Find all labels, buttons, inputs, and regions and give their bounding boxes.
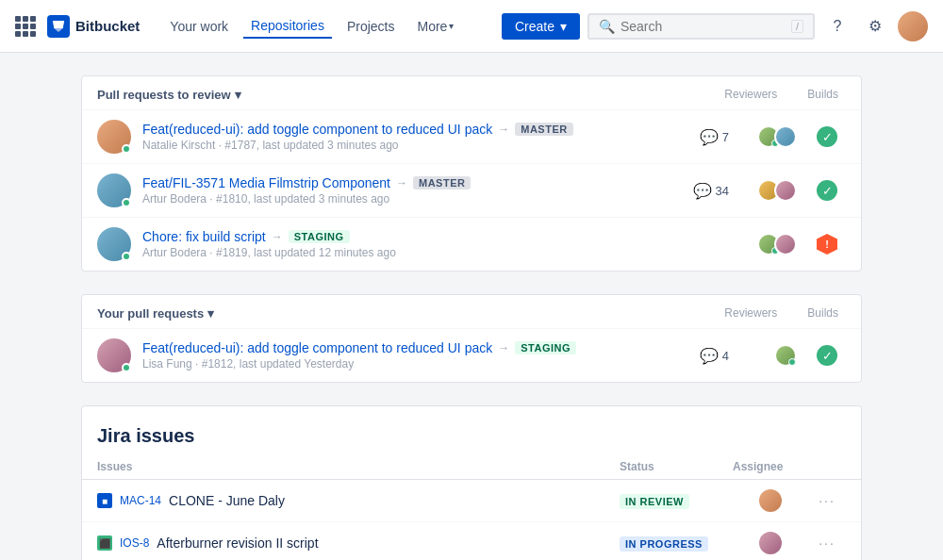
pr-meta: Lisa Fung · #1812, last updated Yesterda… — [142, 357, 661, 371]
pr-meta: Artur Bodera · #1810, last updated 3 min… — [142, 192, 661, 206]
main-content: Pull requests to review ▾ Reviewers Buil… — [66, 53, 877, 560]
more-link[interactable]: More ▾ — [410, 15, 462, 38]
help-button[interactable]: ? — [822, 11, 852, 41]
your-pull-requests-section: Your pull requests ▾ Reviewers Builds Fe… — [81, 294, 862, 383]
search-slash: / — [791, 20, 803, 33]
jira-key[interactable]: MAC-14 — [120, 494, 161, 507]
your-pr-title[interactable]: Your pull requests ▾ — [97, 306, 214, 321]
pr-arrow-icon: → — [498, 341, 509, 354]
build-success-icon: ✓ — [817, 126, 837, 147]
user-avatar[interactable] — [898, 11, 928, 41]
pr-review-chevron-icon: ▾ — [235, 88, 241, 102]
jira-status-badge: IN PROGRESS — [620, 536, 708, 552]
comment-icon: 💬 — [700, 347, 719, 365]
jira-actions-button[interactable]: ··· — [808, 535, 846, 551]
your-pr-header: Your pull requests ▾ Reviewers Builds — [82, 295, 861, 329]
pr-info: Feat(reduced-ui): add toggle component t… — [142, 122, 661, 152]
jira-assignee-avatar — [759, 532, 782, 554]
pr-author-avatar — [97, 227, 131, 261]
pr-author-avatar — [97, 338, 131, 372]
pr-title[interactable]: Chore: fix build script — [142, 229, 266, 244]
jira-assignee-cell — [733, 532, 808, 554]
jira-issue-cell: ⬛ IOS-8 Afterburner revision II script — [97, 535, 620, 551]
pr-info: Chore: fix build script → STAGING Artur … — [142, 229, 661, 259]
pr-row: Feat/FIL-3571 Media Filmstrip Component … — [82, 164, 861, 218]
jira-actions-button[interactable]: ··· — [808, 493, 846, 508]
pr-comments: 💬 4 — [672, 347, 729, 365]
pr-info: Feat(reduced-ui): add toggle component t… — [142, 340, 661, 371]
repositories-link[interactable]: Repositories — [243, 14, 332, 39]
pr-build: ! — [808, 234, 846, 255]
pr-branch-badge: STAGING — [515, 341, 576, 354]
pr-reviewers — [740, 179, 797, 202]
logo-icon — [47, 15, 70, 38]
app-switcher-icon[interactable] — [15, 16, 36, 37]
pr-branch-badge: MASTER — [413, 176, 471, 189]
logo-text: Bitbucket — [75, 18, 140, 34]
pr-title[interactable]: Feat/FIL-3571 Media Filmstrip Component — [142, 175, 390, 190]
pr-reviewers — [740, 125, 797, 148]
build-success-icon: ✓ — [817, 345, 837, 366]
jira-key[interactable]: IOS-8 — [120, 536, 149, 550]
pr-meta: Natalie Kirscht · #1787, last updated 3 … — [142, 139, 661, 152]
pr-title[interactable]: Feat(reduced-ui): add toggle component t… — [142, 122, 492, 137]
jira-status-badge: IN REVIEW — [620, 494, 689, 509]
search-icon: 🔍 — [599, 19, 615, 34]
pull-requests-to-review-section: Pull requests to review ▾ Reviewers Buil… — [81, 75, 862, 272]
settings-button[interactable]: ⚙ — [860, 11, 890, 41]
jira-row: ⬛ IOS-8 Afterburner revision II script I… — [82, 522, 861, 560]
pr-row: Chore: fix build script → STAGING Artur … — [82, 218, 861, 271]
pr-reviewers — [740, 344, 797, 367]
pr-arrow-icon: → — [498, 123, 509, 136]
pr-review-cols: Reviewers Builds — [724, 88, 846, 102]
build-success-icon: ✓ — [817, 180, 837, 201]
jira-assignee-avatar — [759, 489, 782, 512]
jira-col-header: Issues Status Assignee — [82, 454, 861, 480]
pr-arrow-icon: → — [396, 176, 407, 189]
pr-build: ✓ — [808, 180, 846, 201]
pr-build: ✓ — [808, 126, 846, 147]
comment-icon: 💬 — [693, 182, 712, 200]
your-work-link[interactable]: Your work — [162, 15, 236, 38]
topnav: Bitbucket Your work Repositories Project… — [0, 0, 943, 53]
pr-arrow-icon: → — [272, 230, 283, 243]
build-fail-icon: ! — [817, 234, 837, 255]
jira-row: ■ MAC-14 CLONE - June Daly IN REVIEW ··· — [82, 480, 861, 522]
pr-info: Feat/FIL-3571 Media Filmstrip Component … — [142, 175, 661, 206]
pr-review-header: Pull requests to review ▾ Reviewers Buil… — [82, 76, 861, 110]
your-pr-cols: Reviewers Builds — [724, 306, 846, 321]
pr-comments: 💬 7 — [672, 128, 729, 146]
search-box[interactable]: 🔍 / — [587, 13, 815, 40]
pr-comments: 💬 34 — [672, 182, 729, 200]
your-pr-chevron-icon: ▾ — [207, 306, 214, 321]
jira-status-cell: IN REVIEW — [620, 493, 733, 509]
jira-assignee-cell — [733, 489, 808, 512]
jira-summary: CLONE - June Daly — [169, 493, 285, 508]
jira-section-title: Jira issues — [82, 406, 861, 454]
pr-branch-badge: MASTER — [515, 123, 572, 136]
pr-reviewers — [740, 233, 797, 255]
comment-icon: 💬 — [700, 128, 719, 146]
jira-task-icon: ■ — [97, 493, 112, 508]
jira-status-cell: IN PROGRESS — [620, 535, 733, 552]
jira-issue-cell: ■ MAC-14 CLONE - June Daly — [97, 493, 620, 508]
search-input[interactable] — [620, 19, 786, 34]
pr-review-title[interactable]: Pull requests to review ▾ — [97, 88, 241, 102]
pr-row: Feat(reduced-ui): add toggle component t… — [82, 110, 861, 164]
jira-summary: Afterburner revision II script — [157, 535, 318, 551]
create-chevron-icon: ▾ — [560, 19, 567, 34]
pr-branch-badge: STAGING — [289, 230, 350, 243]
pr-author-avatar — [97, 120, 131, 154]
pr-author-avatar — [97, 173, 131, 207]
jira-story-icon: ⬛ — [97, 535, 112, 551]
logo[interactable]: Bitbucket — [47, 15, 140, 38]
pr-row: Feat(reduced-ui): add toggle component t… — [82, 329, 861, 382]
create-button[interactable]: Create ▾ — [502, 13, 580, 40]
jira-section: Jira issues Issues Status Assignee ■ MAC… — [81, 405, 862, 560]
pr-title[interactable]: Feat(reduced-ui): add toggle component t… — [142, 340, 492, 355]
pr-build: ✓ — [808, 345, 846, 366]
projects-link[interactable]: Projects — [339, 15, 403, 38]
pr-meta: Artur Bodera · #1819, last updated 12 mi… — [142, 246, 661, 259]
more-chevron-icon: ▾ — [449, 21, 454, 31]
